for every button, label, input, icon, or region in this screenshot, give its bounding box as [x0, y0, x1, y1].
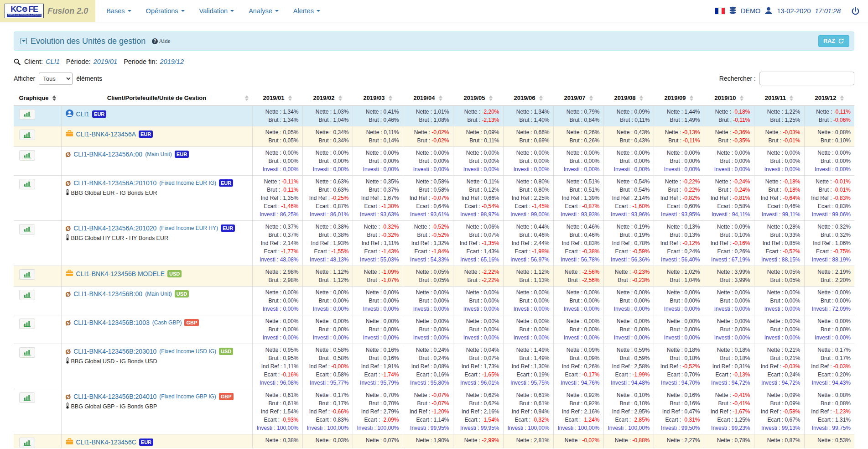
collapse-icon[interactable] [21, 38, 27, 44]
metric-value: 0,69% [534, 137, 549, 144]
entity-link[interactable]: CLI1-BNK4-123456A:201020 [73, 224, 156, 232]
metric-line: Brut : 0,00% [605, 325, 650, 334]
raz-button[interactable]: RAZ [818, 35, 849, 47]
menu-operations[interactable]: Opérations [140, 0, 191, 22]
metric-value: 48,13% [330, 256, 349, 263]
metric-value: 1,06% [835, 240, 851, 246]
header-client-portefeuille[interactable]: Client/Portefeuille/Unité de Gestion [61, 91, 252, 105]
power-icon[interactable] [851, 7, 860, 16]
metric-line: Investi : 99,00% [504, 210, 550, 219]
metric-line: Nette : 0,44% [504, 223, 550, 231]
metric-label: Ind Ref : [462, 363, 484, 370]
metric-line: Investi : 48,08% [254, 256, 299, 264]
metric-value: 0,00% [483, 158, 499, 164]
metric-line: Nette : -2,56% [555, 268, 600, 276]
entity-link[interactable]: CLI1-BNK4-123456B:204010 [73, 393, 156, 400]
benchmark-thermometer-icon [66, 234, 69, 240]
currency-badge: EUR [139, 131, 153, 137]
metric-label: Nette : [416, 178, 434, 185]
header-month-2019-05[interactable]: 2019/05 [453, 91, 503, 105]
metric-value: 0,70% [684, 371, 700, 378]
metric-value: 0,18% [734, 347, 750, 353]
chart-button[interactable] [19, 318, 35, 329]
entity-link[interactable]: CLI1-BNK4-123456A [76, 131, 136, 138]
periode-fin-value[interactable]: 2019/12 [160, 58, 184, 65]
chart-button[interactable] [19, 347, 35, 358]
table-row: ØCLI1-BNK4-123456B:1003(Cash GBP)GBPNett… [14, 315, 854, 344]
data-cell: Nette : -0,18%Brut : -0,11% [704, 105, 754, 126]
chart-button[interactable] [19, 392, 35, 403]
chart-button[interactable] [19, 224, 35, 235]
chart-button[interactable] [19, 179, 35, 189]
page-length-select[interactable]: Tous [39, 73, 73, 85]
metric-value: 0,79% [584, 109, 599, 115]
metric-label: Nette : [366, 150, 384, 156]
header-month-2019-07[interactable]: 2019/07 [553, 91, 603, 105]
metric-line: Ind Ref : -0,83% [806, 194, 851, 202]
metric-label: Ind Ref : [562, 363, 584, 370]
periode-value[interactable]: 2019/01 [94, 58, 117, 65]
metric-value: 94,48% [631, 380, 650, 386]
header-month-2019-02[interactable]: 2019/02 [302, 91, 353, 105]
chart-button[interactable] [19, 109, 35, 120]
metric-line: Ind Ref : -0,16% [705, 239, 750, 247]
header-month-2019-11[interactable]: 2019/11 [754, 91, 804, 105]
entity-link[interactable]: CLI1 [76, 110, 90, 118]
entity-link[interactable]: CLI1-BNK4-123456B:203010 [73, 348, 156, 355]
entity-link[interactable]: CLI1-BNK4-123456B:1003 [73, 319, 150, 326]
metric-value: 0,26% [584, 363, 599, 370]
sort-icon [288, 95, 292, 101]
metric-value: -0,11% [683, 137, 700, 144]
chart-button[interactable] [19, 290, 35, 300]
metric-label: Investi : [812, 211, 832, 218]
header-graphique[interactable]: Graphique [14, 91, 61, 105]
menu-analyse[interactable]: Analyse [242, 0, 285, 22]
metric-label: Brut : [569, 187, 584, 193]
metric-label: Ind Ref : [811, 363, 833, 370]
metric-line: Ecart : 0,83% [304, 416, 349, 424]
metric-value: 0,92% [584, 392, 599, 398]
metric-line: Ind Ref : 2,14% [254, 239, 299, 247]
metric-value: 2,44% [534, 240, 549, 246]
chart-button[interactable] [19, 130, 35, 140]
chart-button[interactable] [19, 150, 35, 161]
client-value[interactable]: CLI1 [46, 58, 60, 65]
entity-link[interactable]: CLI1-BNK4-123456B:00 [73, 290, 142, 298]
header-month-2019-04[interactable]: 2019/04 [403, 91, 453, 105]
menu-alertes[interactable]: Alertes [287, 0, 327, 22]
header-month-2019-03[interactable]: 2019/03 [353, 91, 403, 105]
app-logo[interactable]: KC FE KAHN & CIE FINANCIAL EXPERTS Fusio… [0, 0, 95, 22]
metric-line: Nette : 1,01% [404, 108, 449, 116]
metric-value: 0,00% [634, 318, 650, 324]
metric-label: Investi : [611, 211, 631, 218]
search-input[interactable] [759, 72, 854, 85]
metric-line: Ecart : -1,24% [555, 416, 600, 424]
metric-label: Nette : [316, 150, 333, 156]
header-month-2019-06[interactable]: 2019/06 [503, 91, 553, 105]
data-cell: Nette : 0,00%Brut : 0,00%Investi : 0,00% [353, 287, 403, 315]
header-month-2019-10[interactable]: 2019/10 [704, 91, 754, 105]
entity-link[interactable]: CLI1-BNK4-123456B MODELE [76, 270, 165, 277]
metric-label: Nette : [817, 289, 835, 296]
user-icon[interactable] [764, 6, 773, 16]
data-cell: Nette : 0,00%Brut : 0,00%Investi : 0,00% [754, 287, 804, 315]
menu-validation[interactable]: Validation [193, 0, 241, 22]
header-month-2019-08[interactable]: 2019/08 [603, 91, 654, 105]
header-month-2019-12[interactable]: 2019/12 [804, 91, 854, 105]
help-link[interactable]: ? Aide [152, 37, 170, 45]
chart-button[interactable] [19, 438, 35, 448]
france-flag-icon[interactable] [715, 8, 725, 14]
header-month-2019-01[interactable]: 2019/01 [252, 91, 302, 105]
menu-bases[interactable]: Bases [100, 0, 137, 22]
metric-value: 0,00% [684, 150, 700, 156]
entity-link[interactable]: CLI1-BNK4-123456C [76, 439, 136, 446]
entity-link[interactable]: CLI1-BNK4-123456A:00 [73, 151, 142, 158]
metric-value: -1,54% [482, 417, 499, 423]
header-month-2019-09[interactable]: 2019/09 [654, 91, 704, 105]
metric-value: -2,22% [482, 277, 499, 283]
entity-link[interactable]: CLI1-BNK4-123456A:201010 [73, 179, 156, 187]
metric-label: Nette : [817, 318, 835, 324]
chart-button[interactable] [19, 269, 35, 280]
metric-label: Nette : [767, 289, 785, 296]
metric-line: Brut : 0,09% [755, 399, 800, 407]
